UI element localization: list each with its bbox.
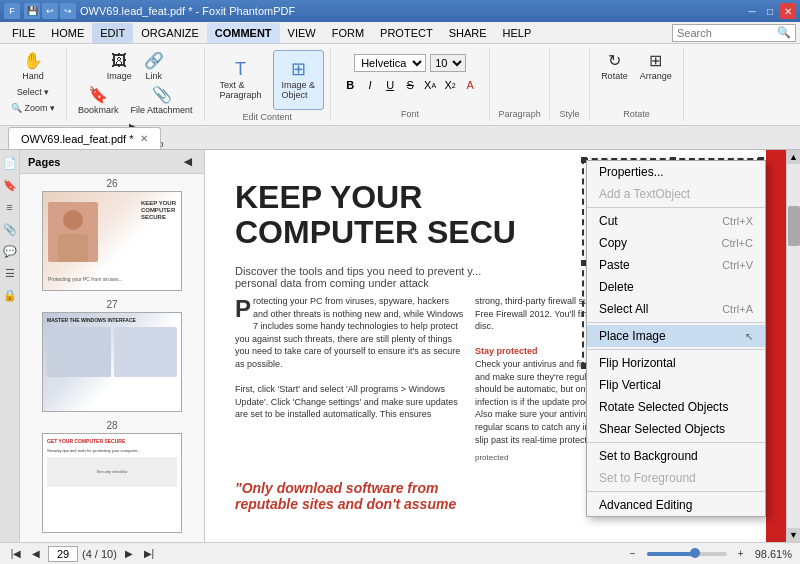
bookmark-button[interactable]: 🔖 Bookmark — [73, 84, 124, 118]
ctx-place-image[interactable]: Place Image ↖ — [587, 325, 765, 347]
thumb-28-image: GET YOUR COMPUTER SECURE Security tips a… — [42, 433, 182, 533]
menu-organize[interactable]: ORGANIZE — [133, 23, 206, 43]
search-box[interactable]: 🔍 — [672, 24, 796, 42]
link-button[interactable]: 🔗 Link — [139, 50, 169, 84]
v-scrollbar[interactable]: ▲ ▼ — [786, 150, 800, 542]
ctx-flip-vertical[interactable]: Flip Vertical — [587, 374, 765, 396]
image-button[interactable]: 🖼 Image — [102, 50, 137, 84]
subscript-button[interactable]: X2 — [441, 76, 459, 94]
strikethrough-button[interactable]: S — [401, 76, 419, 94]
ctx-flip-horizontal[interactable]: Flip Horizontal — [587, 352, 765, 374]
left-panel: Pages ◀ 26 KEEP YOURCOMPUTERSECURE — [20, 150, 205, 542]
ctx-delete[interactable]: Delete — [587, 276, 765, 298]
sidebar-comments-icon[interactable]: 💬 — [1, 242, 19, 260]
sidebar-fields-icon[interactable]: ☰ — [1, 264, 19, 282]
menu-share[interactable]: SHARE — [441, 23, 495, 43]
zoom-in-button[interactable]: + — [733, 546, 749, 562]
arrange-button[interactable]: ⊞ Arrange — [635, 50, 677, 84]
menu-comment[interactable]: COMMENT — [207, 23, 280, 43]
ctx-select-all[interactable]: Select All Ctrl+A — [587, 298, 765, 320]
menu-edit[interactable]: EDIT — [92, 23, 133, 43]
thumbnail-29[interactable]: 29 KEEP YOUR COMPUTER SECURE Advanced se… — [24, 541, 200, 542]
sidebar-security-icon[interactable]: 🔒 — [1, 286, 19, 304]
ctx-copy[interactable]: Copy Ctrl+C — [587, 232, 765, 254]
thumbnail-27[interactable]: 27 MASTER THE WINDOWS INTERFACE — [24, 299, 200, 412]
minimize-button[interactable]: ─ — [744, 3, 760, 19]
ctx-shear-selected[interactable]: Shear Selected Objects — [587, 418, 765, 440]
ctx-advanced-editing[interactable]: Advanced Editing — [587, 494, 765, 516]
left-panel-title: Pages — [28, 156, 60, 168]
ctx-set-background[interactable]: Set to Background — [587, 445, 765, 467]
zoom-slider[interactable] — [647, 552, 727, 556]
zoom-out-button[interactable]: − — [625, 546, 641, 562]
rotate-label: Rotate — [601, 71, 628, 81]
hand-icon: ✋ — [23, 53, 43, 69]
redo-icon[interactable]: ↪ — [60, 3, 76, 19]
text-paragraph-label: Text &Paragraph — [220, 80, 262, 100]
underline-button[interactable]: U — [381, 76, 399, 94]
toolbar-row-top: ✋ Hand — [17, 50, 49, 84]
undo-icon[interactable]: ↩ — [42, 3, 58, 19]
sidebar-bookmarks-icon[interactable]: 🔖 — [1, 176, 19, 194]
save-icon[interactable]: 💾 — [24, 3, 40, 19]
image-object-button[interactable]: ⊞ Image &Object — [273, 50, 325, 110]
thumb-26-image: KEEP YOURCOMPUTERSECURE Protecting your … — [42, 191, 182, 291]
collapse-panel-button[interactable]: ◀ — [180, 154, 196, 170]
tab-close-button[interactable]: ✕ — [140, 133, 148, 144]
text-paragraph-button[interactable]: T Text &Paragraph — [211, 50, 271, 110]
ctx-sep1 — [587, 207, 765, 208]
ctx-paste[interactable]: Paste Ctrl+V — [587, 254, 765, 276]
search-icon[interactable]: 🔍 — [773, 26, 795, 39]
bold-button[interactable]: B — [341, 76, 359, 94]
left-panel-header: Pages ◀ — [20, 150, 204, 174]
ctx-select-all-shortcut: Ctrl+A — [722, 303, 753, 315]
sidebar-attachments-icon[interactable]: 📎 — [1, 220, 19, 238]
sidebar-pages-icon[interactable]: 📄 — [1, 154, 19, 172]
menu-file[interactable]: FILE — [4, 23, 43, 43]
scroll-thumb[interactable] — [788, 206, 800, 246]
maximize-button[interactable]: □ — [762, 3, 778, 19]
superscript-button[interactable]: XA — [421, 76, 439, 94]
ctx-delete-label: Delete — [599, 280, 634, 294]
font-color-button[interactable]: A — [461, 76, 479, 94]
select-tool-button[interactable]: Select ▾ — [12, 84, 55, 100]
ctx-rotate-selected[interactable]: Rotate Selected Objects — [587, 396, 765, 418]
ctx-cut[interactable]: Cut Ctrl+X — [587, 210, 765, 232]
last-page-button[interactable]: ▶| — [141, 546, 157, 562]
document-tab[interactable]: OWV69.lead_feat.pdf * ✕ — [8, 127, 161, 149]
menu-protect[interactable]: PROTECT — [372, 23, 441, 43]
search-input[interactable] — [673, 25, 773, 41]
scroll-down-button[interactable]: ▼ — [787, 528, 801, 542]
paragraph-group-label: Paragraph — [499, 107, 541, 119]
thumb-26-label: 26 — [106, 178, 117, 189]
toolbar-group-font: Helvetica 10 B I U S XA X2 A Font — [331, 48, 490, 121]
menu-form[interactable]: FORM — [324, 23, 372, 43]
ctx-properties[interactable]: Properties... — [587, 161, 765, 183]
font-name-select[interactable]: Helvetica — [354, 54, 426, 72]
close-button[interactable]: ✕ — [780, 3, 796, 19]
menu-home[interactable]: HOME — [43, 23, 92, 43]
rotate-button[interactable]: ↻ Rotate — [596, 50, 633, 84]
sidebar-layers-icon[interactable]: ≡ — [1, 198, 19, 216]
thumbnail-28[interactable]: 28 GET YOUR COMPUTER SECURE Security tip… — [24, 420, 200, 533]
scroll-up-button[interactable]: ▲ — [787, 150, 801, 164]
hand-tool-button[interactable]: ✋ Hand — [17, 50, 49, 84]
scroll-track[interactable] — [787, 164, 800, 528]
file-attachment-button[interactable]: 📎 File Attachment — [126, 84, 198, 118]
thumbnail-26[interactable]: 26 KEEP YOURCOMPUTERSECURE Protecting yo… — [24, 178, 200, 291]
next-page-button[interactable]: ▶ — [121, 546, 137, 562]
zoom-slider-handle[interactable] — [690, 548, 700, 558]
prev-page-button[interactable]: ◀ — [28, 546, 44, 562]
rotate-row: ↻ Rotate ⊞ Arrange — [596, 50, 677, 84]
font-size-select[interactable]: 10 — [430, 54, 466, 72]
zoom-tool-button[interactable]: 🔍 Zoom ▾ — [6, 100, 60, 116]
menu-help[interactable]: HELP — [495, 23, 540, 43]
font-group-label: Font — [401, 107, 419, 119]
edit-content-row: T Text &Paragraph ⊞ Image &Object — [211, 50, 325, 110]
italic-button[interactable]: I — [361, 76, 379, 94]
ctx-sep3 — [587, 349, 765, 350]
menu-view[interactable]: VIEW — [280, 23, 324, 43]
page-navigation: |◀ ◀ (4 / 10) ▶ ▶| — [8, 546, 157, 562]
page-input[interactable] — [48, 546, 78, 562]
first-page-button[interactable]: |◀ — [8, 546, 24, 562]
